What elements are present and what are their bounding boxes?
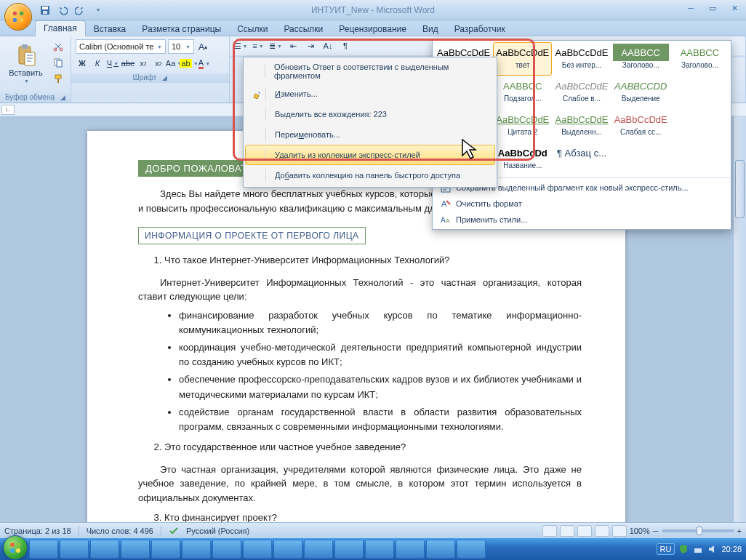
multilevel-list-icon[interactable]: ≣▼ [269,39,282,52]
decrease-indent-icon[interactable]: ⇤ [286,39,300,52]
ctx-rename-style[interactable]: Переименовать... [245,124,495,145]
cut-icon[interactable] [50,39,66,54]
ctx-add-to-qat[interactable]: Добавить коллекцию на панель быстрого до… [245,165,495,185]
style-gallery-item[interactable]: AaBbCcDdEСлабая сс... [611,109,670,143]
bullets-icon[interactable]: ☰▼ [234,39,247,52]
strike-icon[interactable]: abe [121,57,135,70]
tab-references[interactable]: Ссылки [229,22,276,36]
apply-styles[interactable]: AA Применить стили... [433,212,731,228]
style-gallery-item[interactable]: AABBCCDDВыделение [611,76,670,109]
minimize-button[interactable]: ─ [682,1,699,15]
tab-page-layout[interactable]: Разметка страницы [134,22,229,36]
language-indicator[interactable]: RU [657,543,675,555]
tab-view[interactable]: Вид [414,22,446,36]
taskbar-item[interactable] [457,540,486,559]
style-gallery-item[interactable]: ¶ Абзац с... [552,143,611,176]
taskbar-item[interactable] [334,540,364,559]
office-button[interactable] [4,3,32,31]
style-gallery-item[interactable] [670,143,729,176]
tray-network-icon[interactable] [692,543,704,555]
taskbar-item[interactable] [90,540,119,559]
view-draft[interactable] [612,525,627,537]
font-size-combo[interactable]: 10▼ [168,39,194,54]
taskbar-item[interactable] [29,540,58,559]
highlight-icon[interactable]: ab▼ [183,57,196,70]
view-outline[interactable] [595,525,609,537]
copy-icon[interactable] [50,55,66,70]
clipboard-dialog-launcher[interactable]: ◢ [60,94,65,101]
maximize-button[interactable]: ▭ [704,1,721,15]
tab-mailings[interactable]: Рассылки [276,22,331,36]
start-button[interactable] [3,535,28,560]
zoom-out-icon[interactable]: ─ [653,527,659,535]
view-full-screen[interactable] [560,525,574,537]
zoom-slider[interactable] [662,529,734,532]
tray-volume-icon[interactable] [707,543,718,555]
taskbar-item[interactable] [426,540,455,559]
status-language[interactable]: Русский (Россия) [186,527,249,535]
taskbar-item[interactable] [151,540,180,559]
style-gallery-item[interactable]: AABBCCПодзагол... [493,76,552,109]
style-gallery-item[interactable]: AaBbCcDdНазвание... [493,143,552,176]
scroll-thumb[interactable] [735,160,745,218]
increase-indent-icon[interactable]: ⇥ [304,39,317,52]
vertical-scrollbar[interactable] [733,116,746,538]
status-words[interactable]: Число слов: 4 496 [87,527,153,535]
taskbar-item[interactable] [243,540,272,559]
taskbar-clock[interactable]: 20:28 [721,545,742,553]
style-gallery-item[interactable]: AaBbCcDdEСлабое в... [552,76,611,109]
taskbar-item[interactable] [121,540,150,559]
redo-icon[interactable] [73,3,87,17]
status-page[interactable]: Страница: 2 из 18 [4,527,71,535]
style-gallery-item[interactable] [611,143,670,176]
font-color-icon[interactable]: A▼ [198,57,211,70]
change-case-icon[interactable]: Aa▼ [167,57,180,70]
taskbar-item[interactable] [273,540,302,559]
tab-home[interactable]: Главная [35,20,86,36]
ctx-select-all[interactable]: Выделить все вхождения: 223 [245,104,495,124]
taskbar-item[interactable] [396,540,425,559]
tab-review[interactable]: Рецензирование [331,22,414,36]
view-web-layout[interactable] [577,525,592,537]
style-gallery-item[interactable]: AaBbCcDdEВыделенн... [552,109,611,143]
tray-shield-icon[interactable] [678,543,689,555]
tab-insert[interactable]: Вставка [86,22,135,36]
style-gallery-item[interactable] [670,109,729,143]
tab-developer[interactable]: Разработчик [446,22,513,36]
ctx-update-style[interactable]: Обновить Ответ в соответствии с выделенн… [245,59,495,84]
subscript-icon[interactable]: x2 [137,57,150,70]
show-marks-icon[interactable]: ¶ [339,39,352,52]
style-gallery-item[interactable]: AABBCCЗаголово... [611,42,670,76]
taskbar-item[interactable] [182,540,211,559]
undo-icon[interactable] [55,3,70,17]
grow-font-icon[interactable]: A▴ [196,40,209,53]
italic-icon[interactable]: К [91,57,104,70]
superscript-icon[interactable]: x2 [152,57,165,70]
zoom-in-icon[interactable]: + [737,527,742,535]
view-print-layout[interactable] [542,525,557,537]
style-gallery-item[interactable]: AaBbCcDdEтвет [493,42,552,76]
underline-icon[interactable]: Ч▼ [106,57,119,70]
style-gallery-item[interactable]: AABBCCЗаголово... [670,42,729,76]
zoom-level[interactable]: 100% [630,527,650,535]
paste-button[interactable]: Вставить ▼ [4,39,47,87]
numbering-icon[interactable]: ≡▼ [252,39,265,52]
clear-formatting[interactable]: A Очистить формат [433,196,731,212]
format-painter-icon[interactable] [50,71,66,86]
taskbar-item[interactable] [304,540,333,559]
save-icon[interactable] [38,3,52,17]
qat-customize-icon[interactable]: ▼ [90,3,105,17]
taskbar-item[interactable] [212,540,241,559]
ctx-modify-style[interactable]: Изменить... [245,84,495,104]
sort-icon[interactable]: A↓ [321,39,334,52]
close-button[interactable]: ✕ [726,1,743,15]
font-name-combo[interactable]: Calibri (Основной те▼ [76,39,166,54]
bold-icon[interactable]: Ж [76,57,89,70]
style-gallery-item[interactable]: AaBbCcDdEЦитата 2 [493,109,552,143]
style-gallery-item[interactable] [670,76,729,109]
style-gallery-item[interactable]: AaBbCcDdEБез интер... [552,42,611,76]
tab-selector[interactable]: ∟ [1,105,15,115]
status-proofing-icon[interactable] [169,525,179,537]
ctx-remove-from-gallery[interactable]: Удалить из коллекции экспресс-стилей [245,145,495,165]
font-dialog-launcher[interactable]: ◢ [162,74,167,81]
